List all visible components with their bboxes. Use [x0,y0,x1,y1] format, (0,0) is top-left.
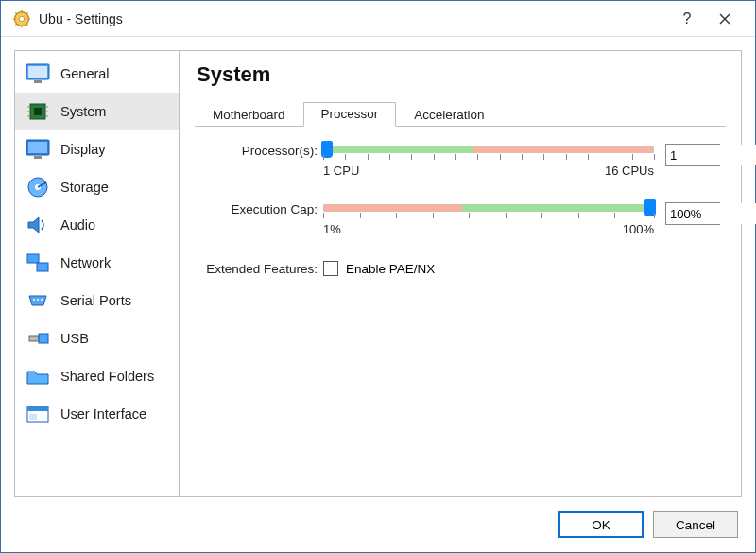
tab-bar: Motherboard Processor Acceleration [195,100,726,127]
titlebar: Ubu - Settings ? [1,1,755,37]
monitor-icon [25,62,51,85]
sidebar-item-storage[interactable]: Storage [15,168,179,206]
main-panel: System Motherboard Processor Acceleratio… [180,50,742,497]
sidebar-item-label: Network [60,255,111,270]
network-icon [25,251,51,274]
svg-rect-14 [34,108,42,115]
sidebar-item-network[interactable]: Network [15,244,179,282]
sidebar-item-usb[interactable]: USB [15,320,179,357]
svg-line-7 [26,24,28,26]
tab-content-processor: Processor(s): [195,127,726,301]
svg-rect-11 [28,66,47,78]
app-gear-icon [12,9,31,28]
tab-processor[interactable]: Processor [303,102,397,127]
svg-rect-32 [39,334,48,343]
serial-port-icon [25,289,51,312]
sidebar-item-display[interactable]: Display [15,130,179,168]
sidebar-item-label: Shared Folders [60,369,154,384]
pae-nx-label: Enable PAE/NX [346,262,435,276]
cancel-button[interactable]: Cancel [653,511,738,538]
sidebar-item-label: Display [60,142,106,157]
exec-cap-spinbox[interactable]: ▲ ▼ [665,202,720,225]
help-button[interactable]: ? [668,5,706,33]
svg-point-29 [37,299,39,301]
page-heading: System [197,62,726,87]
svg-rect-34 [27,406,48,411]
sidebar-item-label: User Interface [60,406,146,422]
svg-rect-12 [34,80,42,83]
tab-motherboard[interactable]: Motherboard [195,103,303,127]
svg-line-6 [15,12,17,14]
svg-rect-23 [34,156,42,159]
svg-rect-27 [37,263,48,271]
tab-acceleration[interactable]: Acceleration [396,103,502,127]
exec-cap-value-input[interactable] [666,203,756,224]
ui-icon [25,403,51,425]
window-title: Ubu - Settings [39,11,668,26]
sidebar-item-label: Serial Ports [60,293,131,308]
exec-cap-slider[interactable]: 1% 100% [323,202,654,236]
svg-rect-26 [27,254,39,263]
speaker-icon [25,214,51,236]
processors-value-input[interactable] [666,145,756,165]
svg-point-1 [19,16,24,21]
sidebar-item-label: General [60,66,110,81]
svg-line-9 [26,12,28,14]
sidebar-item-serial-ports[interactable]: Serial Ports [15,282,179,320]
sidebar-item-label: USB [60,331,89,346]
sidebar-item-system[interactable]: System [15,93,179,130]
processors-slider[interactable]: 1 CPU 16 CPUs [323,144,654,178]
processors-max-label: 16 CPUs [605,164,654,178]
exec-cap-max-label: 100% [623,222,654,236]
sidebar-item-audio[interactable]: Audio [15,206,179,244]
sidebar-item-general[interactable]: General [15,55,179,93]
exec-cap-label: Execution Cap: [200,202,323,216]
close-button[interactable] [706,5,744,33]
sidebar-item-label: Audio [60,217,95,233]
processors-spinbox[interactable]: ▲ ▼ [665,144,720,166]
settings-window: Ubu - Settings ? General System [0,0,756,553]
display-icon [25,138,51,161]
disk-icon [25,176,51,199]
folder-icon [25,365,51,388]
svg-rect-31 [29,336,39,341]
sidebar-item-label: System [60,104,106,119]
pae-nx-checkbox[interactable] [323,261,338,276]
svg-rect-35 [29,414,37,420]
extended-features-label: Extended Features: [200,262,323,276]
exec-cap-min-label: 1% [323,222,341,236]
sidebar-item-shared-folders[interactable]: Shared Folders [15,357,179,395]
svg-rect-22 [28,142,47,153]
sidebar-item-label: Storage [60,180,109,195]
sidebar-item-user-interface[interactable]: User Interface [15,395,179,433]
usb-icon [25,327,51,350]
dialog-footer: OK Cancel [1,497,755,552]
settings-sidebar: General System Display Storage [14,50,180,497]
chip-icon [25,100,51,123]
svg-point-30 [41,299,43,301]
processors-label: Processor(s): [200,144,323,158]
ok-button[interactable]: OK [558,511,644,538]
svg-point-28 [33,299,35,301]
processors-min-label: 1 CPU [323,164,359,178]
svg-line-8 [15,24,17,26]
